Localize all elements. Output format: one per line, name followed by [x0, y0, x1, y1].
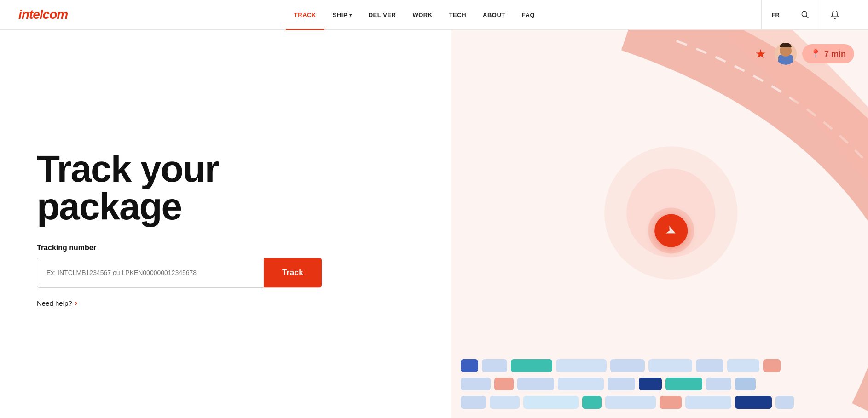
- list-row: [451, 359, 868, 372]
- nav-item-faq[interactable]: FAQ: [514, 0, 543, 30]
- list-cell: [482, 359, 507, 372]
- nav-item-work[interactable]: WORK: [404, 0, 440, 30]
- list-cell: [511, 359, 552, 372]
- driver-avatar: [775, 43, 797, 65]
- star-icon: ★: [752, 46, 769, 62]
- nav-item-deliver[interactable]: DELIVER: [360, 0, 405, 30]
- list-cell: [735, 378, 756, 390]
- svg-point-0: [802, 11, 807, 17]
- list-cell: [461, 396, 486, 409]
- main-nav: TRACKSHIP ▾DELIVERWORKTECHABOUTFAQ: [286, 0, 543, 30]
- list-cell: [608, 378, 635, 390]
- navigation-arrow-icon: ➤: [663, 222, 679, 240]
- list-cell: [461, 378, 491, 390]
- help-text: Need help?: [37, 299, 72, 307]
- chevron-down-icon: ▾: [349, 12, 352, 17]
- list-cell: [494, 378, 514, 390]
- logo[interactable]: intelcom: [18, 7, 68, 22]
- list-cell: [696, 359, 723, 372]
- list-cell: [648, 359, 692, 372]
- track-button[interactable]: Track: [264, 258, 322, 287]
- list-cell: [558, 378, 604, 390]
- list-cell: [706, 378, 731, 390]
- nav-item-tech[interactable]: TECH: [441, 0, 475, 30]
- nav-item-ship[interactable]: SHIP ▾: [324, 0, 360, 30]
- list-cell: [639, 378, 662, 390]
- list-row: [451, 396, 868, 409]
- list-cell: [523, 396, 579, 409]
- language-button[interactable]: FR: [762, 0, 790, 30]
- svg-line-1: [806, 16, 809, 18]
- list-cell: [665, 378, 702, 390]
- tracking-form: Track: [37, 258, 322, 288]
- eta-text: 7 min: [824, 49, 846, 59]
- bell-icon: [830, 10, 839, 19]
- list-cell: [660, 396, 682, 409]
- map-list-rows: [451, 359, 868, 418]
- list-cell: [556, 359, 607, 372]
- hero-title: Track your package: [37, 150, 424, 225]
- list-cell: [605, 396, 656, 409]
- help-link[interactable]: Need help? ›: [37, 299, 424, 307]
- tracking-label: Tracking number: [37, 244, 424, 252]
- list-cell: [727, 359, 759, 372]
- left-panel: Track your package Tracking number Track…: [0, 30, 451, 418]
- page-content: Track your package Tracking number Track…: [0, 30, 868, 418]
- list-cell: [517, 378, 554, 390]
- header-right: FR: [761, 0, 850, 30]
- help-arrow: ›: [75, 299, 77, 307]
- eta-pin-icon: 📍: [810, 49, 821, 59]
- nav-item-about[interactable]: ABOUT: [475, 0, 514, 30]
- list-cell: [735, 396, 772, 409]
- right-panel: ★ 📍 7 min ➤: [451, 30, 868, 418]
- list-cell: [775, 396, 794, 409]
- list-cell: [490, 396, 520, 409]
- header: intelcom TRACKSHIP ▾DELIVERWORKTECHABOUT…: [0, 0, 868, 30]
- location-marker: ➤: [655, 214, 688, 247]
- map-ui: ★ 📍 7 min: [752, 43, 854, 65]
- search-button[interactable]: [790, 0, 820, 30]
- list-row: [451, 378, 868, 390]
- nav-item-track[interactable]: TRACK: [286, 0, 324, 30]
- list-cell: [582, 396, 602, 409]
- eta-badge: 📍 7 min: [802, 44, 854, 63]
- tracking-input[interactable]: [37, 258, 264, 287]
- notifications-button[interactable]: [820, 0, 850, 30]
- search-icon: [800, 10, 810, 19]
- list-cell: [610, 359, 645, 372]
- list-cell: [461, 359, 478, 372]
- list-cell: [685, 396, 731, 409]
- list-cell: [763, 359, 781, 372]
